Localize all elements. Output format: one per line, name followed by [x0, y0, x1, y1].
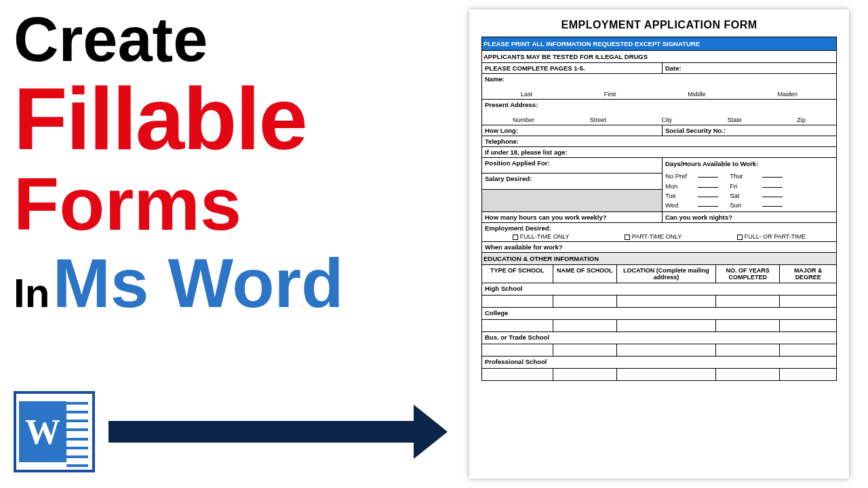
title-forms: Forms	[14, 165, 420, 243]
work-nights-label: Can you work nights?	[662, 212, 836, 223]
table-row	[482, 344, 837, 357]
gray-spacer	[482, 189, 663, 212]
under18-label: If under 18, please list age:	[482, 147, 837, 158]
ms-word-icon: W	[14, 391, 95, 472]
edu-row-trade: Bus. or Trade School	[482, 332, 837, 344]
education-header: EDUCATION & OTHER INFORMATION	[482, 253, 837, 265]
word-icon-letter: W	[25, 412, 60, 452]
education-table: EDUCATION & OTHER INFORMATION TYPE OF SC…	[481, 252, 837, 381]
ssn-label: Social Security No.:	[662, 125, 836, 136]
edu-col-name: NAME OF SCHOOL	[553, 265, 616, 283]
arrow-icon	[108, 413, 448, 451]
title-block: Create Fillable Forms In Ms Word	[14, 7, 420, 320]
form-document: EMPLOYMENT APPLICATION FORM PLEASE PRINT…	[469, 9, 849, 479]
form-banner: PLEASE PRINT ALL INFORMATION REQUESTED E…	[482, 37, 837, 51]
edu-col-years: NO. OF YEARS COMPLETED	[716, 265, 780, 283]
word-icon-pages	[66, 402, 88, 467]
availability-block: Days/Hours Available to Work: No Pref Th…	[662, 158, 836, 212]
how-long-label: How Long:	[482, 125, 663, 136]
date-label: Date:	[662, 63, 836, 74]
table-row	[482, 369, 837, 381]
edu-row-professional: Professional School	[482, 357, 837, 369]
address-parts: Number Street City State Zip	[485, 108, 833, 123]
employment-desired-row: Employment Desired: FULL-TIME ONLY PART-…	[482, 223, 837, 242]
table-row	[482, 320, 837, 332]
complete-pages: PLEASE COMPLETE PAGES 1-5.	[482, 63, 663, 74]
when-available-label: When available for work?	[482, 242, 837, 253]
edu-row-college: College	[482, 308, 837, 320]
hours-weekly-label: How many hours can you work weekly?	[482, 212, 663, 223]
table-row	[482, 296, 837, 308]
position-label: Position Applied For:	[482, 158, 663, 174]
title-msword: Ms Word	[53, 245, 344, 322]
edu-col-location: LOCATION (Complete mailing address)	[616, 265, 715, 283]
drug-notice: APPLICANTS MAY BE TESTED FOR ILLEGAL DRU…	[482, 51, 837, 63]
form-table: PLEASE PRINT ALL INFORMATION REQUESTED E…	[481, 37, 837, 253]
telephone-label: Telephone:	[482, 136, 837, 147]
title-in: In	[14, 272, 50, 314]
bottom-row: W	[14, 388, 448, 476]
edu-col-type: TYPE OF SCHOOL	[482, 265, 553, 283]
title-in-msword: In Ms Word	[14, 247, 420, 320]
address-label: Present Address:	[485, 101, 833, 108]
title-create: Create	[14, 7, 420, 73]
form-heading: EMPLOYMENT APPLICATION FORM	[481, 19, 837, 31]
edu-col-major: MAJOR & DEGREE	[780, 265, 837, 283]
edu-row-highschool: High School	[482, 283, 837, 296]
name-label: Name:	[485, 75, 833, 83]
employment-options: FULL-TIME ONLY PART-TIME ONLY FULL- OR P…	[485, 232, 833, 240]
name-parts: Last First Middle Maiden	[485, 83, 833, 98]
title-fillable: Fillable	[14, 73, 420, 165]
salary-label: Salary Desired:	[482, 174, 663, 189]
